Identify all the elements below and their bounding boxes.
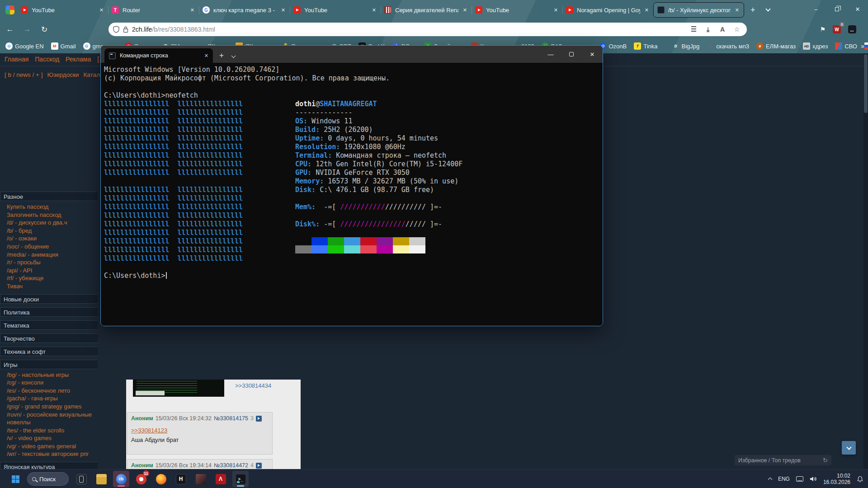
bookmark-item[interactable]: ↓скачать мп3 — [707, 42, 749, 50]
terminal-app-icon[interactable]: >_ — [232, 471, 249, 487]
board-nav-link[interactable]: Юзердоски — [47, 71, 79, 78]
tab-close-icon[interactable]: ✕ — [189, 6, 195, 14]
sidebar-board-link[interactable]: /ruvn/ - российские визуальные новеллы — [0, 411, 100, 427]
reply-quote-link[interactable]: >>330814123 — [131, 427, 167, 434]
red-app-icon[interactable]: Λ — [212, 471, 229, 487]
file-explorer-icon[interactable] — [93, 471, 109, 487]
terminal-body[interactable]: Microsoft Windows [Version 10.0.26200.74… — [101, 63, 603, 326]
forward-button[interactable]: → — [20, 22, 34, 37]
tab-close-icon[interactable]: ✕ — [734, 6, 740, 14]
sidebar-board-link[interactable]: /v/ - video games — [0, 434, 100, 442]
sidebar-board-link[interactable]: /gsg/ - grand strategy games — [0, 403, 100, 411]
bookmarks-overflow-chevron[interactable]: » — [861, 42, 864, 50]
tab-close-icon[interactable]: ✕ — [99, 6, 104, 14]
new-tab-button[interactable]: + — [750, 5, 755, 15]
refresh-icon[interactable]: ↻ — [823, 457, 828, 464]
sidebar-board-link[interactable]: /vg/ - video games general — [0, 442, 100, 450]
post-image-thumbnail[interactable] — [133, 380, 224, 397]
dark-extension-icon[interactable]: •• — [848, 25, 856, 33]
sidebar-board-link[interactable]: Залогинить пасскод — [0, 211, 100, 219]
w-extension-icon[interactable]: W6 — [833, 25, 841, 33]
post-number-link[interactable]: №330814175 — [214, 415, 248, 422]
browser-tab[interactable]: YouTube✕ — [472, 3, 562, 18]
sidebar-board-link[interactable]: /cg/ - консоли — [0, 379, 100, 387]
favorites-bar[interactable]: Избранное / Топ тредов ↻ — [735, 455, 831, 465]
site-top-link[interactable]: Главная — [5, 56, 28, 63]
tab-close-icon[interactable]: ✕ — [644, 6, 650, 14]
start-button[interactable] — [9, 473, 22, 485]
bookmark-item[interactable]: MGmail — [51, 42, 76, 50]
speaker-icon[interactable] — [810, 476, 817, 482]
site-top-link[interactable]: Реклама — [66, 56, 91, 63]
bookmark-item[interactable]: СВО — [835, 42, 857, 50]
page-scrollbar[interactable] — [863, 53, 868, 469]
shield-icon[interactable] — [113, 26, 119, 33]
media-app-icon[interactable] — [193, 471, 209, 487]
reply-backlink[interactable]: >>330814434 — [235, 382, 271, 389]
close-button[interactable]: ✕ — [847, 0, 868, 18]
terminal-tab-close-icon[interactable]: ✕ — [204, 53, 208, 59]
minimize-button[interactable]: – — [806, 0, 826, 18]
notifications-bell-icon[interactable] — [857, 476, 863, 483]
firefox-view-icon[interactable] — [5, 5, 14, 14]
sidebar-board-link[interactable]: /d/ - дискуссии о два.ч — [0, 219, 100, 227]
terminal-maximize-button[interactable] — [561, 46, 582, 63]
terminal-close-button[interactable]: ✕ — [582, 46, 603, 63]
browser-tab[interactable]: Gключ карта megane 3 - По✕ — [199, 3, 290, 18]
taskbar-clock[interactable]: 10:0216.03.2026 — [823, 473, 850, 485]
url-text[interactable]: 2ch.life/b/res/330813863.html — [132, 26, 684, 33]
tab-close-icon[interactable]: ✕ — [462, 6, 468, 14]
sidebar-board-link[interactable]: /es/ - бесконечное лето — [0, 387, 100, 395]
site-top-link[interactable]: Пасскод — [35, 56, 59, 63]
taskbar-search[interactable]: Поиск — [27, 472, 69, 486]
reload-button[interactable]: ↻ — [37, 22, 52, 37]
touch-keyboard-icon[interactable] — [796, 476, 803, 482]
bookmark-item[interactable]: GGoogle EN — [5, 42, 44, 50]
browser-tab[interactable]: TRouter✕ — [108, 3, 199, 18]
sidebar-board-link[interactable]: /gacha/ - гача-игры — [0, 394, 100, 403]
lock-icon[interactable] — [123, 26, 128, 33]
hidden-icons-chevron[interactable] — [768, 478, 772, 482]
sidebar-board-link[interactable]: /api/ - API — [0, 267, 100, 275]
scroll-to-bottom-button[interactable] — [842, 441, 856, 455]
board-nav-prefix[interactable]: [ b / news / + ] — [5, 71, 42, 78]
bookmark-star-icon[interactable]: ☆ — [731, 26, 742, 33]
bookmark-item[interactable]: eЕЛМ-магаз — [756, 42, 796, 50]
sidebar-board-link[interactable]: /o/ - оэкаки — [0, 235, 100, 243]
list-tabs-chevron-icon[interactable] — [765, 6, 770, 11]
sidebar-board-link[interactable]: /wr/ - текстовые авторские рпг — [0, 450, 100, 458]
back-button[interactable]: ← — [3, 22, 17, 37]
sidebar-board-link[interactable]: Тивач — [0, 282, 100, 291]
post-number-link[interactable]: №330814472 — [214, 462, 248, 469]
language-indicator[interactable]: ENG — [778, 476, 790, 482]
cd-burner-app-icon[interactable]: cb — [113, 471, 129, 487]
terminal-tab[interactable]: Командная строка ✕ — [104, 48, 213, 63]
sidebar-board-link[interactable]: /rf/ - убежище — [0, 274, 100, 282]
browser-tab[interactable]: /b/ - Хуйлинукс десктоп тред✕ — [653, 2, 744, 18]
firefox-icon[interactable] — [153, 471, 169, 487]
tab-close-icon[interactable]: ✕ — [280, 6, 286, 14]
browser-tab[interactable]: YouTube✕ — [290, 3, 381, 18]
bookmark-item[interactable]: BBigJpg — [672, 42, 700, 50]
browser-tab[interactable]: YouTube✕ — [17, 3, 108, 18]
flag-extension-icon[interactable]: ⚑ — [820, 26, 826, 33]
tab-close-icon[interactable]: ✕ — [371, 6, 377, 14]
phone-link-app-icon[interactable] — [73, 471, 90, 487]
terminal-dropdown-chevron-icon[interactable] — [231, 54, 236, 58]
sidebar-board-link[interactable]: /r/ - просьбы — [0, 258, 100, 267]
post-expand-icon[interactable] — [256, 416, 262, 422]
restore-button[interactable] — [826, 0, 847, 18]
tab-close-icon[interactable]: ✕ — [553, 6, 559, 14]
url-bar[interactable]: 2ch.life/b/res/330813863.html ⤓ A ☆ — [108, 23, 747, 36]
terminal-titlebar[interactable]: Командная строка ✕ + — ✕ — [101, 46, 603, 63]
browser-tab[interactable]: Серия двигателей Renault✕ — [381, 3, 472, 18]
translate-icon[interactable]: A — [717, 26, 728, 33]
terminal-new-tab-button[interactable]: + — [219, 51, 224, 60]
reader-view-icon[interactable] — [688, 26, 699, 33]
bookmark-item[interactable]: websdr — [864, 42, 868, 50]
sidebar-board-link[interactable]: Купить пасскод — [0, 203, 100, 211]
sidebar-board-link[interactable]: /soc/ - общение — [0, 243, 100, 251]
scrollbar-thumb[interactable] — [864, 54, 868, 113]
bookmark-item[interactable]: HDхдрез — [803, 42, 828, 50]
sidebar-board-link[interactable]: /bg/ - настольные игры — [0, 371, 100, 379]
